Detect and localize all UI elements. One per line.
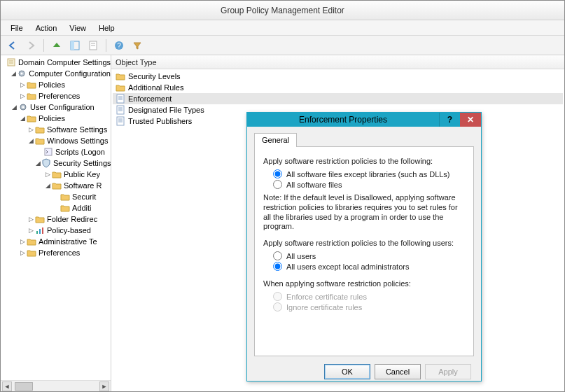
menubar: File Action View Help <box>1 20 564 36</box>
scroll-left-icon[interactable]: ◄ <box>2 382 12 391</box>
radio-all-users[interactable]: All users <box>273 251 465 260</box>
tree-item[interactable]: ▷Policies <box>2 79 111 90</box>
tree-item[interactable]: ◢Software R <box>2 180 111 191</box>
tree-item[interactable]: Scripts (Logon <box>2 146 111 158</box>
tree-item[interactable]: ◢User Configuration <box>2 102 111 113</box>
forward-button[interactable] <box>23 38 39 53</box>
tree-item-label: Scripts (Logon <box>55 148 105 156</box>
gear-icon <box>17 69 27 78</box>
tab-general[interactable]: General <box>254 133 297 147</box>
gear-icon <box>18 102 28 112</box>
tree-item-label: Public Key <box>64 170 100 178</box>
collapse-icon[interactable]: ◢ <box>36 160 41 167</box>
svg-rect-7 <box>8 59 15 66</box>
expand-icon[interactable]: ▷ <box>19 238 26 245</box>
tree-item[interactable]: ▷Public Key <box>2 169 111 180</box>
expand-icon[interactable]: ▷ <box>44 171 51 178</box>
tree-item-label: Policies <box>39 114 65 122</box>
list-item[interactable]: Additional Rules <box>113 82 563 93</box>
titlebar: Group Policy Management Editor <box>1 1 564 20</box>
tree-item[interactable]: ◢Windows Settings <box>2 135 111 146</box>
tree-item[interactable]: Securit <box>2 191 111 202</box>
expand-icon[interactable]: ▷ <box>19 92 26 99</box>
radio-input[interactable] <box>273 180 282 189</box>
tree-body[interactable]: Domain Computer Settings◢Computer Config… <box>1 55 111 380</box>
expand-icon[interactable]: ▷ <box>27 216 34 223</box>
tree-item[interactable]: ▷Preferences <box>2 247 111 258</box>
radio-label: Enforce certificate rules <box>286 293 367 301</box>
properties-button[interactable] <box>85 38 101 53</box>
tree-item[interactable]: ◢Policies <box>2 113 111 124</box>
scroll-right-icon[interactable]: ► <box>99 382 109 391</box>
collapse-icon[interactable]: ◢ <box>19 115 26 122</box>
dialog-close-button[interactable]: ✕ <box>460 113 481 127</box>
menu-file[interactable]: File <box>5 22 29 34</box>
tree-item-label: User Configuration <box>30 103 95 111</box>
ok-button[interactable]: OK <box>324 364 370 379</box>
list-item[interactable]: Security Levels <box>113 71 563 82</box>
folder-icon <box>60 203 70 213</box>
tree-item[interactable]: ▷Folder Redirec <box>2 214 111 225</box>
folder-icon <box>27 91 36 101</box>
dialog-help-button[interactable]: ? <box>439 113 460 127</box>
folder-icon <box>116 71 125 81</box>
list-column-header[interactable]: Object Type <box>111 55 564 69</box>
tree-item[interactable]: ▷Policy-based <box>2 225 111 236</box>
tree-item-label: Additi <box>72 204 92 212</box>
shield-icon <box>41 158 51 168</box>
svg-rect-15 <box>36 231 38 234</box>
back-button[interactable] <box>5 38 20 53</box>
expand-icon[interactable]: ▷ <box>19 249 26 256</box>
tree-item[interactable]: ◢Computer Configuration <box>2 68 111 79</box>
folder-icon <box>52 169 62 179</box>
tree-item-label: Software Settings <box>47 125 107 134</box>
collapse-icon[interactable]: ◢ <box>44 182 51 189</box>
expand-icon[interactable]: ▷ <box>27 227 34 234</box>
tree-item[interactable]: ▷Software Settings <box>2 124 111 135</box>
tree-item[interactable]: Additi <box>2 202 111 214</box>
tree-item[interactable]: ◢Security Settings <box>2 158 111 169</box>
svg-rect-14 <box>45 148 52 155</box>
filter-button[interactable] <box>130 38 145 53</box>
note-text: Note: If the default level is Disallowed… <box>263 193 465 232</box>
list-item[interactable]: Enforcement <box>113 93 563 104</box>
scroll-thumb[interactable] <box>15 382 33 391</box>
tree-horizontal-scrollbar[interactable]: ◄ ► <box>1 380 111 391</box>
folder-icon <box>116 83 125 92</box>
radio-input[interactable] <box>273 169 282 178</box>
cancel-button[interactable]: Cancel <box>375 364 421 379</box>
tree-item-label: Administrative Te <box>39 237 97 246</box>
radio-label: All users <box>286 252 316 260</box>
radio-all-software-files[interactable]: All software files <box>273 180 465 189</box>
tree-item-label: Security Settings <box>53 159 111 167</box>
menu-action[interactable]: Action <box>30 22 63 34</box>
svg-rect-26 <box>117 117 124 125</box>
svg-rect-17 <box>42 227 43 234</box>
svg-rect-22 <box>117 106 124 114</box>
list-item-label: Trusted Publishers <box>128 117 192 125</box>
help-button[interactable]: ? <box>111 38 127 53</box>
show-hide-tree-button[interactable] <box>67 38 83 53</box>
expand-icon[interactable]: ▷ <box>27 126 34 133</box>
radio-input[interactable] <box>273 262 282 271</box>
radio-all-users-except-admins[interactable]: All users except local administrators <box>273 262 465 271</box>
tree-item-label: Preferences <box>39 248 80 257</box>
menu-help[interactable]: Help <box>93 22 120 34</box>
collapse-icon[interactable]: ◢ <box>27 137 34 144</box>
enforcement-properties-dialog: Enforcement Properties ? ✕ General Apply… <box>246 112 482 382</box>
toolbar-separator <box>106 39 106 52</box>
tree-item-label: Preferences <box>39 92 80 100</box>
tree-item[interactable]: Domain Computer Settings <box>2 57 111 68</box>
radio-all-except-libraries[interactable]: All software files except libraries (suc… <box>273 169 465 178</box>
tree-item[interactable]: ▷Preferences <box>2 90 111 102</box>
radio-input[interactable] <box>273 251 282 260</box>
expand-icon[interactable]: ▷ <box>19 81 26 88</box>
collapse-icon[interactable]: ◢ <box>11 104 18 111</box>
tree-item[interactable]: ▷Administrative Te <box>2 236 111 247</box>
radio-label: All software files except libraries (suc… <box>286 170 450 178</box>
collapse-icon[interactable]: ◢ <box>11 70 16 77</box>
up-button[interactable] <box>49 38 64 53</box>
tree-toggle-spacer <box>53 204 60 211</box>
toolbar: ? <box>1 36 564 55</box>
menu-view[interactable]: View <box>64 22 92 34</box>
